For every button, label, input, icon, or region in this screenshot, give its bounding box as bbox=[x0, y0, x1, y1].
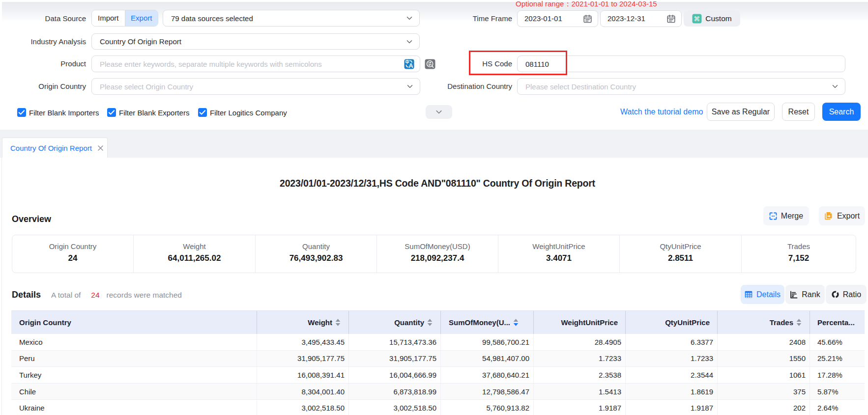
svg-text:⌘: ⌘ bbox=[694, 15, 700, 22]
